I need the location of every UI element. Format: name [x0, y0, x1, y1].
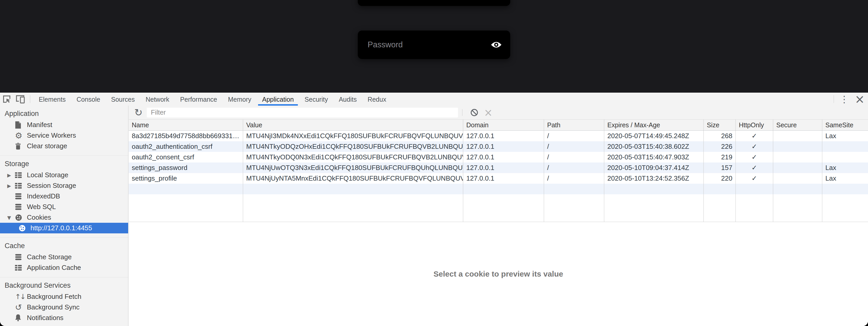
- tabbar-right-controls: ⋮ ×: [831, 92, 868, 106]
- clear-all-cookies-icon[interactable]: [468, 108, 481, 117]
- sidebar-item-indexeddb[interactable]: IndexedDB: [0, 191, 128, 201]
- sidebar-item-cache-storage[interactable]: Cache Storage: [0, 252, 128, 262]
- delete-selected-cookie-icon[interactable]: ×: [481, 107, 495, 118]
- tab-memory[interactable]: Memory: [222, 92, 256, 106]
- cookie-secure-cell: [773, 152, 822, 162]
- cookie-value-cell: MTU4NjI3MDk4NXxEdi1CQkFFQ180SUFBUkFCRUFB…: [243, 131, 463, 141]
- cookie-row-settings-password[interactable]: settings_password MTU4NjUwOTQ3N3xEdi1CQk…: [129, 162, 868, 173]
- cookie-row-oauth2-authentication-csrf[interactable]: oauth2_authentication_csrf MTU4NTkyODQzO…: [129, 141, 868, 152]
- sidebar-item-application-cache[interactable]: Application Cache: [0, 262, 128, 273]
- cookie-value-preview-pane: Select a cookie to preview its value: [129, 222, 868, 326]
- column-header-path[interactable]: Path: [544, 119, 604, 130]
- sidebar-item-cookies[interactable]: ▼ Cookies: [0, 212, 128, 223]
- devtools-panel: Elements Console Sources Network Perform…: [0, 92, 868, 326]
- cookie-expires-cell: 2020-05-10T13:24:52.356Z: [604, 173, 704, 184]
- cookie-domain-cell: 127.0.0.1: [463, 152, 544, 162]
- sidebar-item-notifications[interactable]: Notifications: [0, 313, 128, 323]
- cookie-httponly-check: ✓: [736, 152, 773, 162]
- column-header-domain[interactable]: Domain: [463, 119, 544, 130]
- cookie-icon: [15, 214, 25, 221]
- cookie-row-settings-profile[interactable]: settings_profile MTU4NjUyNTA5MnxEdi1CQkF…: [129, 173, 868, 184]
- cookie-row-session-id[interactable]: 8a3d27185b49d7758d8bb669331… MTU4NjI3MDk…: [129, 131, 868, 141]
- cookie-samesite-cell: Lax: [822, 173, 868, 184]
- tabbar-divider: [30, 95, 30, 103]
- gear-icon: ⚙: [15, 131, 25, 140]
- cookie-value-cell: MTU4NTkyODQzOHxEdi1CQkFFQ180SUFBUkFCRUFB…: [243, 141, 463, 152]
- cookie-domain-cell: 127.0.0.1: [463, 162, 544, 173]
- tab-elements[interactable]: Elements: [33, 92, 71, 106]
- cookie-size-cell: 268: [704, 131, 736, 141]
- column-header-httponly[interactable]: HttpOnly: [736, 119, 773, 130]
- column-header-value[interactable]: Value: [243, 119, 463, 130]
- database-icon: [15, 254, 25, 260]
- sidebar-item-cookies-host-127-0-0-1-4455[interactable]: http://127.0.0.1:4455: [0, 223, 128, 234]
- chevron-down-icon[interactable]: ▼: [7, 215, 15, 220]
- column-header-secure[interactable]: Secure: [773, 119, 822, 130]
- section-title: Application: [0, 108, 128, 119]
- tab-application[interactable]: Application: [257, 92, 299, 106]
- login-page-background: [0, 0, 868, 92]
- tab-sources[interactable]: Sources: [106, 92, 140, 106]
- cookie-icon: [19, 224, 29, 232]
- cookie-secure-cell: [773, 162, 822, 173]
- tab-console[interactable]: Console: [71, 92, 106, 106]
- username-field-partial[interactable]: [358, 0, 510, 6]
- cookie-name-cell: oauth2_consent_csrf: [129, 152, 243, 162]
- cookie-secure-cell: [773, 131, 822, 141]
- sidebar-section-background-services: Background Services ↑↓ Background Fetch …: [0, 277, 128, 326]
- cookie-samesite-cell: [822, 141, 868, 152]
- sidebar-item-background-sync[interactable]: ↺ Background Sync: [0, 302, 128, 313]
- close-devtools-icon[interactable]: ×: [851, 92, 868, 106]
- sidebar-item-service-workers[interactable]: ⚙ Service Workers: [0, 130, 128, 141]
- sidebar-section-application: Application Manifest ⚙ Service Workers: [0, 106, 128, 156]
- sidebar-section-storage: Storage ▶ Local Storage ▶ Session Storag…: [0, 156, 128, 238]
- column-header-size[interactable]: Size: [704, 119, 736, 130]
- cookie-filter-input[interactable]: [147, 108, 458, 117]
- tab-security[interactable]: Security: [299, 92, 333, 106]
- cookie-samesite-cell: Lax: [822, 162, 868, 173]
- database-icon: [15, 193, 25, 199]
- cookie-domain-cell: 127.0.0.1: [463, 131, 544, 141]
- tab-redux[interactable]: Redux: [362, 92, 392, 106]
- column-header-expires[interactable]: Expires / Max-Age: [604, 119, 704, 130]
- cookie-path-cell: /: [544, 131, 604, 141]
- password-field-container: [358, 30, 510, 59]
- cookie-httponly-check: ✓: [736, 131, 773, 141]
- cookie-samesite-cell: Lax: [822, 131, 868, 141]
- cookie-name-cell: settings_password: [129, 162, 243, 173]
- sidebar-item-web-sql[interactable]: Web SQL: [0, 201, 128, 212]
- column-header-name[interactable]: Name: [129, 119, 243, 130]
- inspect-element-icon[interactable]: [0, 92, 13, 106]
- cookie-path-cell: /: [544, 173, 604, 184]
- cookie-expires-cell: 2020-05-10T09:04:37.414Z: [604, 162, 704, 173]
- up-down-arrows-icon: ↑↓: [15, 293, 25, 301]
- tab-network[interactable]: Network: [140, 92, 175, 106]
- sidebar-item-session-storage[interactable]: ▶ Session Storage: [0, 180, 128, 191]
- sidebar-item-local-storage[interactable]: ▶ Local Storage: [0, 170, 128, 180]
- column-header-samesite[interactable]: SameSite: [822, 119, 868, 130]
- table-icon: [15, 183, 25, 189]
- cookies-toolbar: ↻ ×: [129, 106, 868, 119]
- cookie-table-body: 8a3d27185b49d7758d8bb669331… MTU4NjI3MDk…: [129, 131, 868, 222]
- cookie-table-header: Name Value Domain Path Expires / Max-Age…: [129, 119, 868, 131]
- device-toolbar-icon[interactable]: [13, 92, 27, 106]
- chevron-right-icon[interactable]: ▶: [7, 172, 15, 178]
- show-password-eye-icon[interactable]: [490, 40, 502, 49]
- cookie-size-cell: 219: [704, 152, 736, 162]
- sidebar-item-manifest[interactable]: Manifest: [0, 119, 128, 130]
- more-options-kebab-icon[interactable]: ⋮: [837, 94, 851, 105]
- password-input[interactable]: [368, 40, 490, 49]
- cookie-secure-cell: [773, 141, 822, 152]
- cookie-path-cell: /: [544, 152, 604, 162]
- tab-performance[interactable]: Performance: [175, 92, 222, 106]
- cookie-path-cell: /: [544, 162, 604, 173]
- sidebar-item-clear-storage[interactable]: Clear storage: [0, 141, 128, 152]
- cookie-row-oauth2-consent-csrf[interactable]: oauth2_consent_csrf MTU4NTkyODQ0N3xEdi1C…: [129, 152, 868, 162]
- cookie-name-cell: 8a3d27185b49d7758d8bb669331…: [129, 131, 243, 141]
- tab-audits[interactable]: Audits: [333, 92, 362, 106]
- refresh-icon[interactable]: ↻: [130, 107, 147, 118]
- devtools-tabbar: Elements Console Sources Network Perform…: [0, 92, 868, 106]
- preview-empty-message: Select a cookie to preview its value: [433, 270, 563, 278]
- sidebar-item-background-fetch[interactable]: ↑↓ Background Fetch: [0, 291, 128, 302]
- chevron-right-icon[interactable]: ▶: [7, 183, 15, 189]
